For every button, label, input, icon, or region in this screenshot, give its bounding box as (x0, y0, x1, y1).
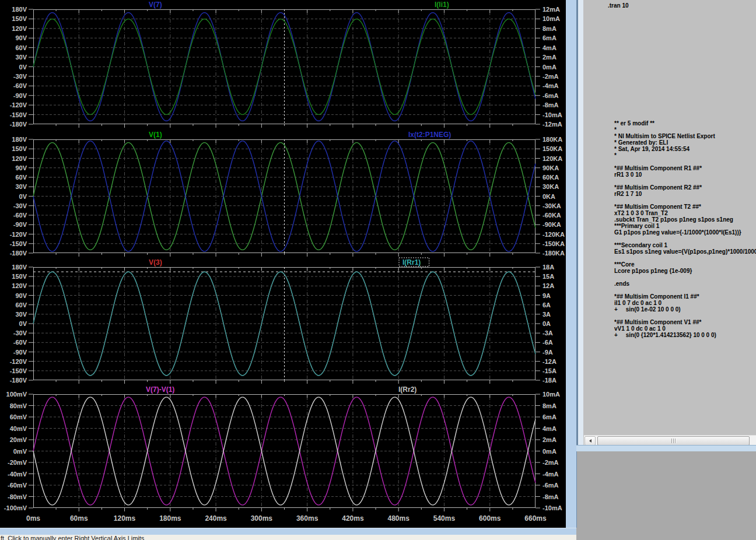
svg-text:12A: 12A (542, 282, 554, 289)
trace-label-V(1)[interactable]: V(1) (149, 131, 162, 139)
svg-text:150V: 150V (12, 15, 27, 22)
svg-text:-30V: -30V (13, 202, 27, 209)
status-bar: ft. Click to manually enter Right Vertic… (0, 535, 576, 540)
panel-header: V(1)Ix(t2:P1NEG) (149, 131, 451, 139)
svg-text:-6mA: -6mA (542, 482, 559, 489)
svg-text:-120KA: -120KA (542, 231, 565, 238)
time-tick-label: 180ms (159, 514, 181, 523)
svg-text:-30V: -30V (13, 73, 27, 80)
svg-text:15A: 15A (542, 273, 554, 280)
grapher-plot-area[interactable]: 180V150V120V90V60V30V0V-30V-60V-90V-120V… (0, 0, 566, 528)
time-tick-label: 360ms (296, 514, 318, 523)
time-tick-label: 420ms (342, 514, 364, 523)
scrollbar-thumb[interactable] (597, 436, 750, 446)
panel-2: 180V150V120V90V60V30V0V-30V-60V-90V-120V… (0, 128, 566, 258)
netlist-horizontal-scrollbar[interactable] (584, 435, 756, 446)
svg-text:-30KA: -30KA (542, 202, 561, 209)
svg-text:6A: 6A (542, 301, 551, 308)
trace-label-Ix(t2:P1NEG)[interactable]: Ix(t2:P1NEG) (408, 131, 451, 139)
panel-3: 180V150V120V90V60V30V0V-30V-60V-90V-120V… (0, 256, 566, 385)
svg-text:-12A: -12A (542, 358, 556, 365)
panel-4: 100mV80mV60mV40mV20mV0mV-20mV-40mV-60mV-… (0, 383, 566, 513)
svg-text:4mA: 4mA (542, 44, 556, 51)
svg-text:6mA: 6mA (542, 34, 556, 41)
svg-text:0V: 0V (19, 320, 27, 327)
svg-text:-40mV: -40mV (8, 471, 27, 478)
trace-label-I(li1)[interactable]: I(li1) (435, 1, 449, 9)
left-axis-labels: 180V150V120V90V60V30V0V-30V-60V-90V-120V… (10, 6, 33, 128)
grapher-window-right-border (566, 0, 577, 528)
svg-text:12mA: 12mA (542, 6, 560, 13)
svg-text:30V: 30V (15, 311, 27, 318)
svg-text:-10mA: -10mA (542, 111, 562, 118)
right-axis-labels: 18A15A12A9A6A3A0A-3A-6A-9A-12A-15A-18A (536, 264, 556, 384)
svg-text:0KA: 0KA (542, 193, 555, 200)
svg-text:6mA: 6mA (542, 413, 556, 420)
svg-text:-180V: -180V (10, 121, 27, 128)
svg-text:-3A: -3A (542, 329, 553, 336)
time-tick-label: 0ms (26, 514, 40, 523)
svg-text:60V: 60V (15, 174, 27, 181)
trace-label-I(Rr2)[interactable]: I(Rr2) (398, 385, 416, 394)
right-axis-labels: 180KA150KA120KA90KA60KA30KA0KA-30KA-60KA… (536, 136, 565, 257)
panel-header: V(7)I(li1) (149, 1, 449, 9)
svg-text:-30V: -30V (13, 329, 27, 336)
trace-label-V(7)-V(1)[interactable]: V(7)-V(1) (146, 385, 174, 394)
svg-text:-8mA: -8mA (542, 101, 559, 108)
svg-text:-4mA: -4mA (542, 82, 559, 89)
time-tick-label: 600ms (479, 514, 501, 523)
svg-text:-8mA: -8mA (542, 493, 559, 500)
svg-text:-6mA: -6mA (542, 92, 559, 99)
svg-text:-20mV: -20mV (8, 459, 27, 466)
svg-text:90V: 90V (15, 34, 27, 41)
svg-text:60V: 60V (15, 301, 27, 308)
svg-text:-60mV: -60mV (8, 482, 27, 489)
svg-text:150KA: 150KA (542, 145, 562, 152)
svg-text:90V: 90V (15, 164, 27, 171)
svg-text:120KA: 120KA (542, 155, 562, 162)
svg-text:8mA: 8mA (542, 402, 556, 409)
svg-text:120V: 120V (12, 155, 27, 162)
grip-icon (671, 439, 672, 443)
time-tick-label: 300ms (251, 514, 273, 523)
svg-text:-6A: -6A (542, 339, 553, 346)
left-axis-labels: 180V150V120V90V60V30V0V-30V-60V-90V-120V… (10, 264, 33, 384)
svg-text:30V: 30V (15, 54, 27, 61)
svg-text:20mV: 20mV (10, 436, 27, 443)
svg-text:0A: 0A (542, 320, 551, 327)
svg-text:-90V: -90V (13, 92, 27, 99)
panel-header: V(3)I(Rr1) (149, 258, 429, 267)
svg-text:100mV: 100mV (6, 391, 27, 398)
trace-label-V(3)[interactable]: V(3) (149, 258, 162, 267)
trace-label-V(7)[interactable]: V(7) (149, 1, 162, 9)
svg-text:-90V: -90V (13, 349, 27, 356)
status-bar-text: ft. Click to manually enter Right Vertic… (1, 535, 144, 540)
time-tick-label: 60ms (70, 514, 88, 523)
svg-text:18A: 18A (542, 264, 554, 271)
svg-text:-150V: -150V (10, 367, 27, 374)
svg-text:-60V: -60V (13, 212, 27, 219)
time-tick-label: 240ms (205, 514, 227, 523)
right-axis-labels: 12mA10mA8mA6mA4mA2mA0mA-2mA-4mA-6mA-8mA-… (536, 6, 562, 128)
svg-text:9A: 9A (542, 292, 551, 299)
time-tick-label: 540ms (433, 514, 456, 523)
horizontal-gridlines (33, 406, 536, 497)
grapher-window: 180V150V120V90V60V30V0V-30V-60V-90V-120V… (0, 0, 576, 534)
scroll-left-button[interactable] (584, 436, 596, 446)
svg-text:-2mA: -2mA (542, 459, 559, 466)
time-tick-label: 480ms (387, 514, 410, 523)
svg-text:30V: 30V (15, 183, 27, 190)
svg-text:-2mA: -2mA (542, 73, 559, 80)
trace-label-I(Rr1)[interactable]: I(Rr1) (402, 258, 421, 267)
netlist-tran-directive: .tran 10 (608, 2, 629, 9)
svg-text:-150KA: -150KA (542, 240, 565, 247)
svg-text:0mA: 0mA (542, 64, 556, 71)
svg-text:90V: 90V (15, 292, 27, 299)
svg-text:120V: 120V (12, 25, 27, 32)
svg-text:180V: 180V (12, 6, 27, 13)
svg-text:-9A: -9A (542, 349, 553, 356)
svg-text:2mA: 2mA (542, 54, 556, 61)
svg-text:40mV: 40mV (10, 425, 27, 432)
svg-text:-80mV: -80mV (8, 493, 27, 500)
svg-text:-60V: -60V (13, 339, 27, 346)
